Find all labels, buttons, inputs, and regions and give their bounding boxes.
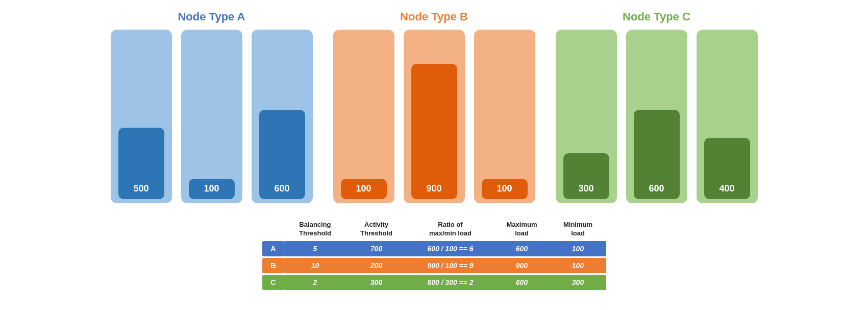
bar-inner-A-0: 500 bbox=[118, 128, 164, 199]
bar-inner-B-2: 100 bbox=[482, 179, 528, 199]
bar-outer-B-1: 900 bbox=[404, 30, 465, 203]
bar-inner-B-1: 900 bbox=[411, 64, 457, 199]
bar-outer-A-2: 600 bbox=[252, 30, 313, 203]
node-group-B: Node Type B100900100 bbox=[333, 10, 535, 203]
table-cell-C-1: 300 bbox=[346, 275, 407, 290]
table-header-row: Balancing ThresholdActivity ThresholdRat… bbox=[262, 219, 606, 240]
bars-row-C: 300600400 bbox=[556, 30, 758, 203]
node-group-title-B: Node Type B bbox=[400, 10, 468, 23]
table-header-activity: Activity Threshold bbox=[346, 219, 407, 240]
table-header-minload: Minimum load bbox=[550, 219, 606, 240]
bar-inner-B-0: 100 bbox=[341, 179, 387, 199]
table-row-C: C2300600 / 300 == 2600300 bbox=[262, 275, 606, 290]
main-container: Node Type A500100600Node Type B100900100… bbox=[0, 0, 868, 310]
bar-label-C-2: 400 bbox=[719, 183, 734, 194]
table-cell-B-1: 200 bbox=[346, 258, 407, 273]
table-cell-A-1: 700 bbox=[346, 241, 407, 256]
table-row-label-A: A bbox=[262, 241, 285, 256]
bar-inner-A-2: 600 bbox=[259, 110, 305, 199]
table-cell-C-4: 300 bbox=[550, 275, 606, 290]
table-row-A: A5700600 / 100 == 6600100 bbox=[262, 241, 606, 256]
table-cell-B-0: 10 bbox=[285, 258, 346, 273]
table-header-ratio: Ratio of max/min load bbox=[407, 219, 494, 240]
bar-inner-C-1: 600 bbox=[634, 110, 680, 199]
table-cell-B-3: 900 bbox=[494, 258, 550, 273]
bar-outer-A-0: 500 bbox=[111, 30, 172, 203]
table-area: Balancing ThresholdActivity ThresholdRat… bbox=[262, 219, 606, 292]
bar-outer-B-0: 100 bbox=[333, 30, 394, 203]
table-header-spacer bbox=[262, 219, 285, 240]
chart-area: Node Type A500100600Node Type B100900100… bbox=[0, 10, 868, 203]
bar-label-C-0: 300 bbox=[578, 183, 593, 194]
table-cell-A-3: 600 bbox=[494, 241, 550, 256]
table-row-label-B: B bbox=[262, 258, 285, 273]
node-group-C: Node Type C300600400 bbox=[556, 10, 758, 203]
table-row-label-C: C bbox=[262, 275, 285, 290]
bar-outer-C-1: 600 bbox=[626, 30, 687, 203]
node-group-title-C: Node Type C bbox=[623, 10, 690, 23]
table-cell-A-0: 5 bbox=[285, 241, 346, 256]
bar-inner-A-1: 100 bbox=[189, 179, 235, 199]
bar-inner-C-2: 400 bbox=[704, 138, 750, 199]
bar-outer-A-1: 100 bbox=[181, 30, 242, 203]
bar-label-C-1: 600 bbox=[649, 183, 664, 194]
bars-row-A: 500100600 bbox=[111, 30, 313, 203]
table-cell-B-4: 100 bbox=[550, 258, 606, 273]
table-cell-A-4: 100 bbox=[550, 241, 606, 256]
table-cell-C-3: 600 bbox=[494, 275, 550, 290]
table-cell-A-2: 600 / 100 == 6 bbox=[407, 241, 494, 256]
table-header-maxload: Maximum load bbox=[494, 219, 550, 240]
bar-outer-C-2: 400 bbox=[697, 30, 758, 203]
table-cell-C-2: 600 / 300 == 2 bbox=[407, 275, 494, 290]
node-group-A: Node Type A500100600 bbox=[111, 10, 313, 203]
bar-label-A-0: 500 bbox=[133, 183, 148, 194]
bar-outer-B-2: 100 bbox=[474, 30, 535, 203]
table-header-balancing: Balancing Threshold bbox=[285, 219, 346, 240]
node-group-title-A: Node Type A bbox=[178, 10, 245, 23]
table-row-B: B10200900 / 100 == 9900100 bbox=[262, 258, 606, 273]
table-wrapper: Balancing ThresholdActivity ThresholdRat… bbox=[262, 219, 606, 292]
bar-inner-C-0: 300 bbox=[563, 153, 609, 199]
table-cell-C-0: 2 bbox=[285, 275, 346, 290]
bar-label-B-0: 100 bbox=[356, 183, 371, 194]
bars-row-B: 100900100 bbox=[333, 30, 535, 203]
table-cell-B-2: 900 / 100 == 9 bbox=[407, 258, 494, 273]
bar-label-A-2: 600 bbox=[274, 183, 289, 194]
bar-outer-C-0: 300 bbox=[556, 30, 617, 203]
bar-label-A-1: 100 bbox=[204, 183, 219, 194]
bar-label-B-2: 100 bbox=[497, 183, 512, 194]
bar-label-B-1: 900 bbox=[426, 183, 441, 194]
